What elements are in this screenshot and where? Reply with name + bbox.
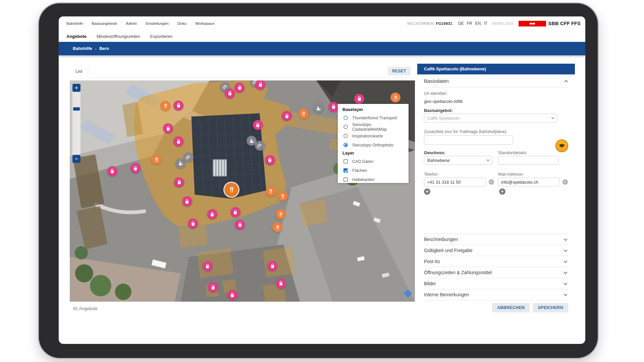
clip-marker[interactable]: [255, 141, 265, 151]
zoom-out-button[interactable]: −: [72, 155, 80, 163]
clip-marker[interactable]: [183, 152, 194, 162]
telefon-input[interactable]: [424, 178, 486, 186]
shop-marker[interactable]: [328, 102, 338, 112]
food-marker[interactable]: [151, 155, 161, 165]
baselayer-option-cadastral[interactable]: Swisstopo CadastralWebMap: [342, 122, 404, 131]
shop-marker[interactable]: [265, 155, 275, 165]
nav-item-einstellungen[interactable]: Einstellungen: [146, 21, 169, 25]
lang-en[interactable]: EN: [475, 21, 481, 26]
lang-fr[interactable]: FR: [467, 21, 472, 26]
map-toolbar: List RESET: [70, 65, 415, 78]
lang-it[interactable]: IT: [484, 21, 487, 26]
food-marker[interactable]: [266, 186, 276, 196]
header-right: WILLKOMMEN, FG10831. DE FR EN IT ABMELDE…: [407, 21, 581, 26]
baselayer-option-thunderforest[interactable]: Thunderforest Transport: [342, 113, 404, 122]
food-marker[interactable]: [160, 101, 170, 111]
accordion-interne-bemerkungen[interactable]: Interne Bemerkungen: [424, 289, 568, 300]
zusatzfeld-input[interactable]: [424, 135, 513, 145]
section-basisdaten[interactable]: Basisdaten: [424, 74, 568, 87]
shop-marker[interactable]: [235, 220, 245, 230]
radio-icon: [343, 125, 348, 129]
clear-mail-icon[interactable]: [562, 179, 568, 185]
shop-marker[interactable]: [225, 88, 235, 99]
shop-marker[interactable]: [207, 209, 217, 219]
nav-item-workspace[interactable]: Workspace: [195, 21, 214, 25]
shop-marker[interactable]: [130, 163, 141, 173]
layer-title: Layer: [342, 150, 404, 156]
breadcrumb-current: Bern: [99, 46, 109, 51]
shop-marker[interactable]: [173, 136, 183, 146]
subnav-mindestoeffnungszeiten[interactable]: Mindestöffnungszeiten: [97, 34, 140, 39]
url-identifier-value: geo-spettacolo-fd98: [424, 99, 568, 104]
geschoss-select[interactable]: Bahnebene: [424, 156, 492, 165]
basisangebot-label: Basisangebot:: [424, 108, 568, 113]
food-marker[interactable]: [278, 191, 288, 201]
accordion-post-its[interactable]: Post-Its: [424, 256, 568, 267]
zusatzfeld-label: Zusatzfeld (nur für Trafimage Bahnhofplä…: [424, 129, 568, 134]
shop-marker[interactable]: [208, 282, 218, 292]
language-switcher: DE FR EN IT: [458, 21, 487, 26]
save-button[interactable]: SPEICHERN: [533, 303, 568, 312]
tab-list[interactable]: List: [70, 65, 88, 78]
shop-marker[interactable]: [230, 207, 240, 217]
accordion-list: Beschreibungen Gültigkeit und Freigabe P…: [424, 234, 568, 300]
breadcrumb-root[interactable]: Bahnhöfe: [73, 46, 92, 51]
shop-marker[interactable]: [188, 219, 198, 229]
accordion-bilder[interactable]: Bilder: [424, 278, 568, 289]
lang-de[interactable]: DE: [458, 21, 464, 26]
shop-marker[interactable]: [107, 166, 117, 176]
logout-link[interactable]: ABMELDEN: [492, 21, 514, 25]
standortdetails-input[interactable]: [498, 156, 559, 165]
baselayer-option-orthophoto[interactable]: Swisstopo Orthophoto: [342, 140, 404, 149]
reset-button[interactable]: RESET: [388, 67, 411, 75]
chevron-down-icon: [551, 116, 554, 119]
shop-marker[interactable]: [203, 261, 213, 271]
shop-marker[interactable]: [354, 94, 364, 104]
accordion-oeffnungszeiten[interactable]: Öffnungszeiten & Zahlungsmittel: [424, 267, 568, 278]
subnav-exportieren[interactable]: Exportieren: [150, 34, 172, 39]
shop-marker[interactable]: [255, 80, 265, 90]
nav-item-doku[interactable]: Doku: [177, 21, 186, 25]
shop-marker[interactable]: [174, 177, 184, 187]
layer-option-haltekanten[interactable]: Haltekanten: [342, 175, 404, 184]
shop-marker[interactable]: [253, 120, 263, 130]
shop-marker[interactable]: [227, 290, 237, 300]
basisangebot-select[interactable]: Caffè Spettacolo: [424, 114, 557, 123]
clear-telefon-icon[interactable]: [489, 179, 494, 185]
geschoss-label: Geschoss:: [424, 150, 492, 155]
zoom-in-button[interactable]: +: [72, 84, 80, 92]
add-mail-button[interactable]: [499, 188, 505, 195]
shop-marker[interactable]: [267, 261, 277, 271]
add-telefon-button[interactable]: [424, 188, 430, 195]
shop-marker[interactable]: [282, 111, 292, 121]
nav-item-admin[interactable]: Admin: [126, 21, 137, 25]
details-panel-title: Caffè Spettacolo (Bahnebene): [417, 64, 575, 74]
map-zoom-control: + −: [72, 84, 80, 163]
nav-item-basisangebote[interactable]: Basisangebote: [92, 21, 117, 25]
nav-item-bahnhoefe[interactable]: Bahnhöfe: [66, 21, 83, 25]
layer-option-cad-daten[interactable]: CAD Daten: [342, 157, 404, 166]
shop-marker[interactable]: [173, 101, 183, 111]
zoom-slider-track[interactable]: [72, 84, 80, 163]
shop-marker[interactable]: [276, 279, 286, 289]
shop-marker[interactable]: [182, 196, 192, 206]
baselayer-option-inspirationskarte[interactable]: Inspirationskarte: [342, 131, 404, 140]
zoom-slider-handle[interactable]: [73, 107, 80, 111]
layer-option-flaechen[interactable]: Flächen: [342, 166, 404, 175]
accordion-gueltigkeit[interactable]: Gültigkeit und Freigabe: [424, 245, 568, 256]
subnav-angebote[interactable]: Angebote: [66, 34, 87, 39]
service-marker[interactable]: [314, 103, 324, 113]
food-marker[interactable]: [299, 109, 309, 119]
url-identifier-label: Url identifier:: [424, 91, 568, 96]
food-marker[interactable]: [272, 222, 282, 232]
food-marker[interactable]: [224, 183, 238, 197]
cancel-button[interactable]: ABBRECHEN: [492, 303, 530, 312]
accordion-beschreibungen[interactable]: Beschreibungen: [424, 234, 568, 245]
food-marker[interactable]: [390, 93, 400, 103]
brand-text: SBB CFF FFS: [548, 21, 581, 26]
mail-input[interactable]: [498, 178, 560, 186]
shop-marker[interactable]: [234, 83, 245, 93]
food-marker[interactable]: [276, 209, 286, 219]
breadcrumb-separator-icon: ›: [95, 47, 97, 51]
shop-marker[interactable]: [163, 123, 173, 133]
